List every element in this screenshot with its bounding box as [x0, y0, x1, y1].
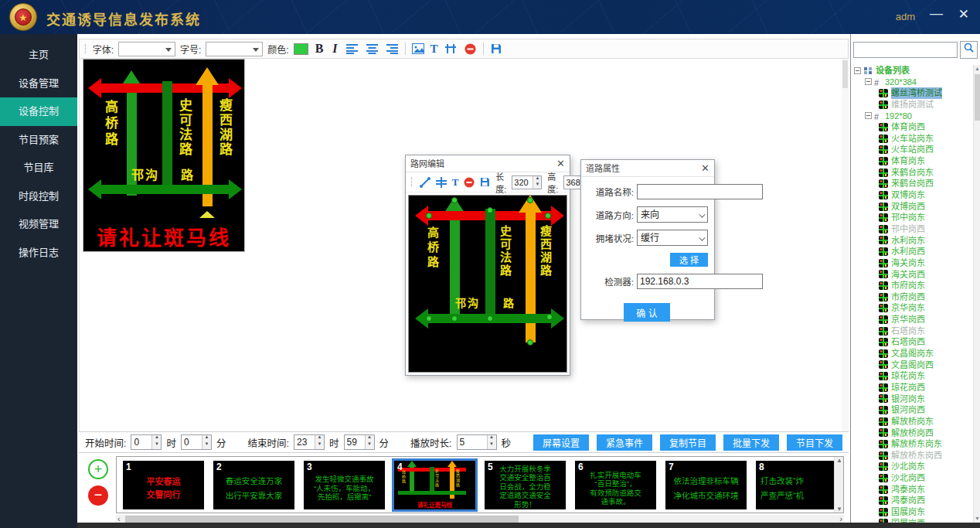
- device-tree-row[interactable]: 来鹤台岗西: [851, 178, 973, 189]
- device-tree-row[interactable]: 鸿泰岗西: [851, 495, 973, 506]
- save-button[interactable]: [480, 175, 490, 190]
- program-thumbnail-3[interactable]: 3 发生轻微交通事故 “人未伤，车能动， 先拍照，后撤离”: [304, 461, 385, 509]
- edit-handle[interactable]: [527, 339, 533, 346]
- road-name-input[interactable]: [637, 184, 763, 199]
- dialog-close-icon[interactable]: ✕: [556, 155, 565, 172]
- device-tree-row[interactable]: 解放桥东岗东: [851, 438, 973, 450]
- insert-image-button[interactable]: [410, 41, 426, 56]
- device-tree-row[interactable]: 设备列表: [851, 65, 973, 77]
- road-network-tool-button[interactable]: [443, 41, 458, 56]
- edit-handle[interactable]: [487, 315, 493, 322]
- tree-expander-icon[interactable]: [854, 67, 861, 74]
- device-tree-row[interactable]: 文昌阁岗西: [851, 359, 973, 371]
- sidebar-item[interactable]: 设备管理: [0, 70, 77, 98]
- start-min-spinner[interactable]: ▲▼: [181, 434, 212, 450]
- end-min-spinner[interactable]: ▲▼: [344, 434, 375, 450]
- road-bar-middle-green[interactable]: [485, 209, 495, 317]
- sidebar-item[interactable]: 操作日志: [0, 239, 77, 267]
- duration-spinner[interactable]: ▲▼: [457, 434, 497, 450]
- edit-handle[interactable]: [487, 207, 493, 213]
- device-tree-row[interactable]: 银河岗东: [851, 393, 973, 405]
- device-tree-row[interactable]: 京华岗西: [851, 314, 973, 325]
- action-button[interactable]: 批量下发: [723, 434, 779, 451]
- device-tree-row[interactable]: 来鹤台岗东: [851, 167, 973, 179]
- device-tree-row[interactable]: 海关岗东: [851, 257, 973, 269]
- spin-down-icon[interactable]: ▼: [315, 442, 324, 449]
- align-center-button[interactable]: [365, 41, 380, 56]
- edit-handle[interactable]: [527, 197, 533, 203]
- edit-handle[interactable]: [546, 314, 553, 320]
- program-thumbnail-2[interactable]: 2 春运安全连万家 出行平安靠大家: [213, 461, 294, 509]
- sidebar-item[interactable]: 视频管理: [0, 210, 77, 239]
- close-button[interactable]: ✕: [958, 6, 969, 22]
- device-tree-row[interactable]: 解放桥岗东: [851, 416, 973, 428]
- edit-handle[interactable]: [545, 213, 551, 219]
- tree-expander-icon[interactable]: [865, 112, 872, 119]
- select-detector-button[interactable]: 选 择: [670, 253, 708, 267]
- sidebar-item[interactable]: 节目预案: [0, 126, 77, 155]
- size-select[interactable]: [206, 42, 263, 56]
- end-min-input[interactable]: [345, 435, 365, 449]
- align-left-button[interactable]: [345, 41, 360, 56]
- spin-down-icon[interactable]: ▼: [202, 442, 211, 449]
- device-tree-row[interactable]: 石塔岗西: [851, 336, 973, 348]
- end-hour-input[interactable]: [294, 435, 315, 449]
- device-tree-row[interactable]: 水利岗西: [851, 246, 973, 257]
- bold-button[interactable]: B: [313, 42, 326, 56]
- program-thumbnail-7[interactable]: 7 依法治理非标车辆 净化城市交通环境: [665, 461, 747, 509]
- device-search-input[interactable]: [853, 42, 958, 58]
- road-editor-canvas[interactable]: 高桥路 史可法路 瘦西湖路 邗沟 路: [408, 195, 567, 373]
- device-tree-row[interactable]: 琼花岗东: [851, 370, 973, 382]
- program-thumbnail-8[interactable]: 8 打击改装“炸 严查严惩“机: [756, 461, 837, 509]
- start-hour-spinner[interactable]: ▲▼: [131, 434, 162, 450]
- add-program-button[interactable]: +: [88, 459, 108, 479]
- device-tree-row[interactable]: 双博岗西: [851, 201, 973, 213]
- delete-button[interactable]: [463, 41, 478, 56]
- length-spinner[interactable]: ▲▼: [512, 175, 542, 189]
- spin-down-icon[interactable]: ▼: [488, 442, 496, 449]
- device-tree-row[interactable]: 192*80: [851, 111, 973, 122]
- detector-input[interactable]: [637, 274, 763, 289]
- length-input[interactable]: [512, 176, 533, 189]
- device-tree-row[interactable]: 邗中岗西: [851, 223, 973, 235]
- device-tree-row[interactable]: 双博岗东: [851, 189, 973, 201]
- color-swatch[interactable]: [294, 43, 308, 55]
- device-tree-row[interactable]: 体育岗西: [851, 121, 973, 133]
- sidebar-item[interactable]: 主页: [0, 41, 77, 70]
- device-tree-row[interactable]: 维扬岗测试: [851, 99, 973, 111]
- device-tree-row[interactable]: 邗中岗东: [851, 212, 973, 223]
- confirm-button[interactable]: 确 认: [624, 303, 669, 322]
- program-thumbnail-1[interactable]: 1 平安春运 交警同行: [123, 461, 204, 509]
- program-thumbnail-5[interactable]: 5 大力开展秋冬季 交通安全整治百 日会战，全力稳 定道路交通安全 形势！: [485, 461, 566, 509]
- scroll-up-icon[interactable]: ▲: [835, 457, 844, 464]
- edit-handle[interactable]: [451, 315, 458, 322]
- canvas-scrollbar[interactable]: [842, 59, 849, 431]
- end-hour-spinner[interactable]: ▲▼: [294, 434, 325, 450]
- start-hour-input[interactable]: [131, 435, 151, 449]
- text-tool-button[interactable]: T: [430, 43, 438, 56]
- align-right-button[interactable]: [385, 41, 400, 56]
- device-tree-row[interactable]: 海关岗西: [851, 269, 973, 281]
- sidebar-item[interactable]: 时段控制: [0, 182, 77, 211]
- duration-input[interactable]: [458, 435, 487, 449]
- program-thumbnail-4-selected[interactable]: 4 高桥路 史可法路 瘦西湖路 请礼让斑马线: [394, 461, 475, 509]
- device-tree-row[interactable]: 京华岗东: [851, 302, 973, 314]
- action-button[interactable]: 节目下发: [787, 434, 842, 451]
- action-button[interactable]: 屏幕设置: [533, 434, 589, 451]
- scroll-down-icon[interactable]: ▼: [974, 515, 980, 523]
- save-button[interactable]: [488, 41, 504, 56]
- draw-line-tool-button[interactable]: [420, 175, 430, 190]
- font-select[interactable]: [118, 42, 175, 56]
- sidebar-item[interactable]: 节目库: [0, 154, 77, 182]
- device-tree-row[interactable]: 市府岗西: [851, 291, 973, 303]
- spin-down-icon[interactable]: ▼: [533, 182, 541, 189]
- remove-program-button[interactable]: −: [88, 485, 108, 506]
- device-tree-row[interactable]: 市府岗东: [851, 280, 973, 291]
- text-tool-button[interactable]: T: [452, 176, 459, 189]
- device-tree-row[interactable]: 火车站岗东: [851, 133, 973, 145]
- device-tree-row[interactable]: 水利岗东: [851, 235, 973, 247]
- device-tree-row[interactable]: 体育岗东: [851, 155, 973, 167]
- device-tree-row[interactable]: 解放桥岗西: [851, 428, 973, 439]
- scroll-down-icon[interactable]: ▼: [835, 506, 844, 513]
- device-tree-row[interactable]: 银河岗西: [851, 404, 973, 416]
